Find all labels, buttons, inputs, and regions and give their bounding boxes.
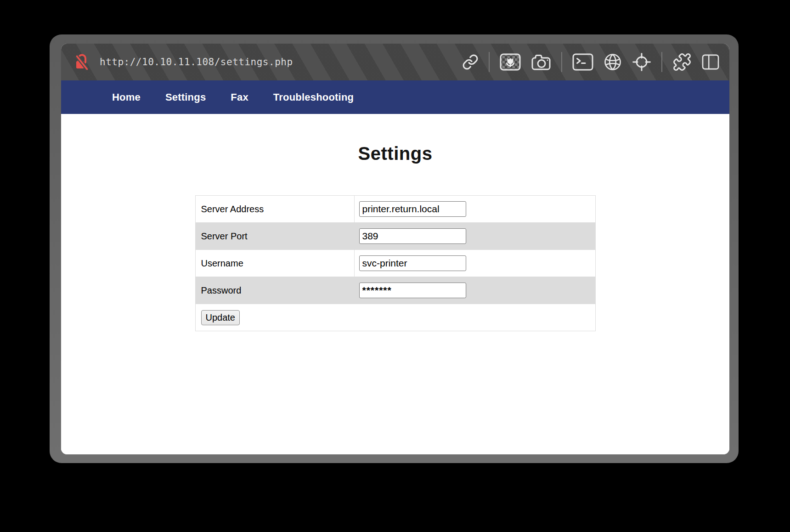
settings-table: Server Address Server Port Username bbox=[195, 195, 596, 331]
table-row: Password bbox=[195, 277, 595, 304]
browser-window-inner: http://10.10.11.108/settings.php bbox=[61, 44, 729, 454]
toolbar-separator bbox=[661, 52, 662, 72]
site-navbar: Home Settings Fax Troubleshooting bbox=[61, 80, 729, 114]
insecure-lock-icon bbox=[75, 53, 89, 71]
toolbar-separator bbox=[489, 52, 490, 72]
page-content: Settings Server Address Server Port bbox=[61, 114, 729, 454]
password-label: Password bbox=[195, 277, 354, 304]
table-row: Update bbox=[195, 304, 595, 331]
table-row: Username bbox=[195, 250, 595, 277]
table-row: Server Address bbox=[195, 196, 595, 223]
server-port-input[interactable] bbox=[359, 228, 466, 244]
page-title: Settings bbox=[61, 144, 729, 163]
server-address-label: Server Address bbox=[195, 196, 354, 223]
username-label: Username bbox=[195, 250, 354, 277]
split-view-icon[interactable] bbox=[702, 54, 719, 70]
password-input[interactable] bbox=[359, 283, 466, 298]
desktop: { "browser": { "url": "http://10.10.11.1… bbox=[0, 0, 790, 532]
crosshair-icon[interactable] bbox=[632, 52, 651, 72]
image-flower-icon[interactable] bbox=[500, 53, 521, 71]
server-port-label: Server Port bbox=[195, 223, 354, 250]
nav-item-troubleshooting[interactable]: Troubleshooting bbox=[273, 91, 354, 103]
nav-item-fax[interactable]: Fax bbox=[231, 91, 248, 103]
update-button[interactable]: Update bbox=[201, 310, 240, 325]
table-row: Server Port bbox=[195, 223, 595, 250]
camera-icon[interactable] bbox=[531, 53, 551, 71]
terminal-icon[interactable] bbox=[572, 53, 593, 71]
browser-window: http://10.10.11.108/settings.php bbox=[50, 34, 739, 463]
nav-item-settings[interactable]: Settings bbox=[165, 91, 206, 103]
toolbar-actions bbox=[462, 52, 719, 72]
server-address-input[interactable] bbox=[359, 201, 466, 217]
globe-icon[interactable] bbox=[604, 53, 622, 71]
browser-toolbar: http://10.10.11.108/settings.php bbox=[61, 44, 729, 80]
link-icon[interactable] bbox=[462, 54, 479, 70]
puzzle-icon[interactable] bbox=[672, 52, 692, 72]
username-input[interactable] bbox=[359, 255, 466, 271]
address-bar-url[interactable]: http://10.10.11.108/settings.php bbox=[100, 57, 293, 68]
nav-item-home[interactable]: Home bbox=[112, 91, 141, 103]
toolbar-separator bbox=[561, 52, 562, 72]
